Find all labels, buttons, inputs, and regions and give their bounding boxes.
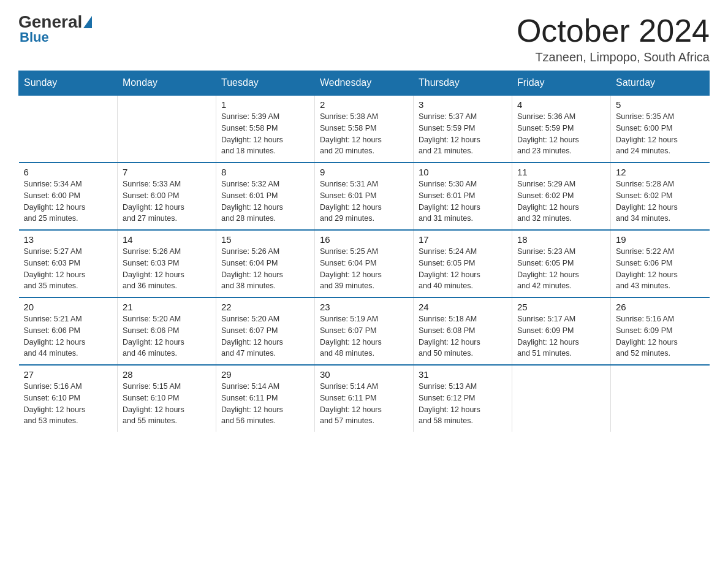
day-number: 26 bbox=[616, 302, 705, 312]
calendar-cell: 11Sunrise: 5:29 AM Sunset: 6:02 PM Dayli… bbox=[512, 163, 611, 230]
day-number: 30 bbox=[320, 369, 408, 380]
calendar-cell: 7Sunrise: 5:33 AM Sunset: 6:00 PM Daylig… bbox=[118, 163, 216, 230]
day-number: 24 bbox=[419, 302, 507, 312]
page-header: General Blue October 2024 Tzaneen, Limpo… bbox=[18, 12, 710, 64]
calendar-cell: 28Sunrise: 5:15 AM Sunset: 6:10 PM Dayli… bbox=[118, 365, 216, 432]
day-info: Sunrise: 5:37 AM Sunset: 5:59 PM Dayligh… bbox=[419, 111, 507, 157]
logo-blue-text: Blue bbox=[20, 29, 49, 45]
calendar-cell: 23Sunrise: 5:19 AM Sunset: 6:07 PM Dayli… bbox=[315, 297, 414, 365]
calendar-cell: 19Sunrise: 5:22 AM Sunset: 6:06 PM Dayli… bbox=[611, 230, 710, 297]
calendar-cell: 8Sunrise: 5:32 AM Sunset: 6:01 PM Daylig… bbox=[216, 163, 315, 230]
day-info: Sunrise: 5:32 AM Sunset: 6:01 PM Dayligh… bbox=[221, 178, 309, 224]
day-number: 10 bbox=[419, 167, 507, 177]
weekday-header-friday: Friday bbox=[512, 71, 611, 96]
day-number: 1 bbox=[221, 99, 309, 110]
day-info: Sunrise: 5:26 AM Sunset: 6:03 PM Dayligh… bbox=[123, 246, 211, 292]
calendar-cell bbox=[512, 365, 611, 432]
calendar-week-row: 27Sunrise: 5:16 AM Sunset: 6:10 PM Dayli… bbox=[19, 365, 710, 432]
day-info: Sunrise: 5:34 AM Sunset: 6:00 PM Dayligh… bbox=[24, 178, 113, 224]
calendar-cell: 12Sunrise: 5:28 AM Sunset: 6:02 PM Dayli… bbox=[611, 163, 710, 230]
day-info: Sunrise: 5:13 AM Sunset: 6:12 PM Dayligh… bbox=[419, 381, 507, 427]
weekday-header-row: SundayMondayTuesdayWednesdayThursdayFrid… bbox=[19, 71, 710, 96]
calendar-week-row: 1Sunrise: 5:39 AM Sunset: 5:58 PM Daylig… bbox=[19, 95, 710, 163]
day-info: Sunrise: 5:21 AM Sunset: 6:06 PM Dayligh… bbox=[24, 313, 113, 359]
day-number: 22 bbox=[221, 302, 309, 312]
weekday-header-saturday: Saturday bbox=[611, 71, 710, 96]
day-info: Sunrise: 5:14 AM Sunset: 6:11 PM Dayligh… bbox=[221, 381, 309, 427]
day-info: Sunrise: 5:24 AM Sunset: 6:05 PM Dayligh… bbox=[419, 246, 507, 292]
day-info: Sunrise: 5:36 AM Sunset: 5:59 PM Dayligh… bbox=[517, 111, 605, 157]
day-info: Sunrise: 5:16 AM Sunset: 6:09 PM Dayligh… bbox=[616, 313, 705, 359]
title-block: October 2024 Tzaneen, Limpopo, South Afr… bbox=[517, 12, 710, 64]
calendar-cell: 4Sunrise: 5:36 AM Sunset: 5:59 PM Daylig… bbox=[512, 95, 611, 163]
weekday-header-monday: Monday bbox=[118, 71, 216, 96]
day-info: Sunrise: 5:25 AM Sunset: 6:04 PM Dayligh… bbox=[320, 246, 408, 292]
calendar-cell: 24Sunrise: 5:18 AM Sunset: 6:08 PM Dayli… bbox=[414, 297, 512, 365]
calendar-cell: 10Sunrise: 5:30 AM Sunset: 6:01 PM Dayli… bbox=[414, 163, 512, 230]
calendar-cell: 5Sunrise: 5:35 AM Sunset: 6:00 PM Daylig… bbox=[611, 95, 710, 163]
day-info: Sunrise: 5:29 AM Sunset: 6:02 PM Dayligh… bbox=[517, 178, 605, 224]
day-info: Sunrise: 5:18 AM Sunset: 6:08 PM Dayligh… bbox=[419, 313, 507, 359]
day-info: Sunrise: 5:26 AM Sunset: 6:04 PM Dayligh… bbox=[221, 246, 309, 292]
calendar-cell: 17Sunrise: 5:24 AM Sunset: 6:05 PM Dayli… bbox=[414, 230, 512, 297]
calendar-cell bbox=[19, 95, 118, 163]
calendar-cell: 22Sunrise: 5:20 AM Sunset: 6:07 PM Dayli… bbox=[216, 297, 315, 365]
calendar-cell: 30Sunrise: 5:14 AM Sunset: 6:11 PM Dayli… bbox=[315, 365, 414, 432]
day-info: Sunrise: 5:16 AM Sunset: 6:10 PM Dayligh… bbox=[24, 381, 113, 427]
calendar-week-row: 20Sunrise: 5:21 AM Sunset: 6:06 PM Dayli… bbox=[19, 297, 710, 365]
day-number: 23 bbox=[320, 302, 408, 312]
day-number: 11 bbox=[517, 167, 605, 177]
calendar-table: SundayMondayTuesdayWednesdayThursdayFrid… bbox=[18, 71, 710, 432]
calendar-week-row: 6Sunrise: 5:34 AM Sunset: 6:00 PM Daylig… bbox=[19, 163, 710, 230]
location-title: Tzaneen, Limpopo, South Africa bbox=[517, 50, 710, 64]
weekday-header-wednesday: Wednesday bbox=[315, 71, 414, 96]
day-info: Sunrise: 5:14 AM Sunset: 6:11 PM Dayligh… bbox=[320, 381, 408, 427]
day-info: Sunrise: 5:31 AM Sunset: 6:01 PM Dayligh… bbox=[320, 178, 408, 224]
calendar-cell: 20Sunrise: 5:21 AM Sunset: 6:06 PM Dayli… bbox=[19, 297, 118, 365]
day-number: 6 bbox=[24, 167, 113, 177]
day-info: Sunrise: 5:20 AM Sunset: 6:07 PM Dayligh… bbox=[221, 313, 309, 359]
day-number: 3 bbox=[419, 99, 507, 110]
calendar-cell: 1Sunrise: 5:39 AM Sunset: 5:58 PM Daylig… bbox=[216, 95, 315, 163]
calendar-cell bbox=[118, 95, 216, 163]
day-number: 17 bbox=[419, 234, 507, 245]
day-number: 29 bbox=[221, 369, 309, 380]
day-number: 9 bbox=[320, 167, 408, 177]
day-info: Sunrise: 5:30 AM Sunset: 6:01 PM Dayligh… bbox=[419, 178, 507, 224]
calendar-cell: 21Sunrise: 5:20 AM Sunset: 6:06 PM Dayli… bbox=[118, 297, 216, 365]
day-number: 15 bbox=[221, 234, 309, 245]
calendar-cell: 3Sunrise: 5:37 AM Sunset: 5:59 PM Daylig… bbox=[414, 95, 512, 163]
calendar-cell: 27Sunrise: 5:16 AM Sunset: 6:10 PM Dayli… bbox=[19, 365, 118, 432]
day-info: Sunrise: 5:22 AM Sunset: 6:06 PM Dayligh… bbox=[616, 246, 705, 292]
day-info: Sunrise: 5:28 AM Sunset: 6:02 PM Dayligh… bbox=[616, 178, 705, 224]
day-number: 19 bbox=[616, 234, 705, 245]
calendar-cell: 13Sunrise: 5:27 AM Sunset: 6:03 PM Dayli… bbox=[19, 230, 118, 297]
weekday-header-thursday: Thursday bbox=[414, 71, 512, 96]
day-number: 25 bbox=[517, 302, 605, 312]
calendar-cell: 26Sunrise: 5:16 AM Sunset: 6:09 PM Dayli… bbox=[611, 297, 710, 365]
day-number: 31 bbox=[419, 369, 507, 380]
calendar-cell: 14Sunrise: 5:26 AM Sunset: 6:03 PM Dayli… bbox=[118, 230, 216, 297]
weekday-header-tuesday: Tuesday bbox=[216, 71, 315, 96]
calendar-cell: 29Sunrise: 5:14 AM Sunset: 6:11 PM Dayli… bbox=[216, 365, 315, 432]
day-info: Sunrise: 5:23 AM Sunset: 6:05 PM Dayligh… bbox=[517, 246, 605, 292]
day-info: Sunrise: 5:17 AM Sunset: 6:09 PM Dayligh… bbox=[517, 313, 605, 359]
logo: General Blue bbox=[18, 12, 92, 45]
day-info: Sunrise: 5:15 AM Sunset: 6:10 PM Dayligh… bbox=[123, 381, 211, 427]
day-number: 21 bbox=[123, 302, 211, 312]
day-number: 7 bbox=[123, 167, 211, 177]
day-number: 5 bbox=[616, 99, 705, 110]
day-number: 28 bbox=[123, 369, 211, 380]
day-info: Sunrise: 5:33 AM Sunset: 6:00 PM Dayligh… bbox=[123, 178, 211, 224]
weekday-header-sunday: Sunday bbox=[19, 71, 118, 96]
day-number: 16 bbox=[320, 234, 408, 245]
logo-triangle-icon bbox=[83, 16, 92, 28]
day-number: 20 bbox=[24, 302, 113, 312]
calendar-cell: 2Sunrise: 5:38 AM Sunset: 5:58 PM Daylig… bbox=[315, 95, 414, 163]
calendar-cell: 9Sunrise: 5:31 AM Sunset: 6:01 PM Daylig… bbox=[315, 163, 414, 230]
calendar-cell: 6Sunrise: 5:34 AM Sunset: 6:00 PM Daylig… bbox=[19, 163, 118, 230]
day-number: 13 bbox=[24, 234, 113, 245]
day-number: 14 bbox=[123, 234, 211, 245]
calendar-cell: 18Sunrise: 5:23 AM Sunset: 6:05 PM Dayli… bbox=[512, 230, 611, 297]
day-number: 8 bbox=[221, 167, 309, 177]
